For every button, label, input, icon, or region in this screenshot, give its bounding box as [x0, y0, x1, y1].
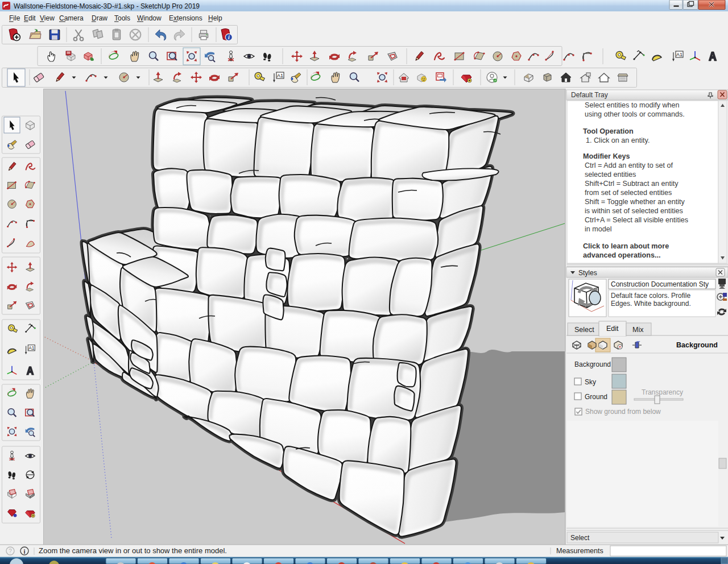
svg-text:Click to learn about more: Click to learn about more	[583, 242, 669, 250]
svg-text:Background: Background	[676, 341, 718, 349]
svg-text:Draw: Draw	[92, 14, 107, 22]
svg-text:selected entities: selected entities	[585, 171, 636, 179]
svg-text:Transparency: Transparency	[642, 388, 683, 396]
svg-text:?: ?	[9, 548, 12, 554]
svg-text:from set of selected entities: from set of selected entities	[585, 189, 672, 197]
svg-text:i: i	[23, 548, 25, 555]
svg-text:View: View	[40, 14, 55, 22]
svg-text:A1: A1	[277, 73, 283, 78]
svg-text:A1: A1	[28, 346, 35, 351]
svg-text:Help: Help	[208, 14, 222, 22]
svg-text:Edges. White background.: Edges. White background.	[611, 300, 691, 308]
svg-text:i: i	[228, 34, 230, 40]
svg-text:Wallstone-Fieldstone-Mosaic-3D: Wallstone-Fieldstone-Mosaic-3D-#1.skp - …	[14, 2, 200, 10]
svg-text:Styles: Styles	[578, 269, 597, 277]
svg-text:using other tools or commands.: using other tools or commands.	[585, 110, 685, 118]
svg-text:advanced operations...: advanced operations...	[583, 251, 660, 259]
svg-text:Mix: Mix	[632, 326, 644, 334]
svg-text:Extensions: Extensions	[169, 14, 202, 22]
svg-text:Shift+Ctrl = Subtract an entit: Shift+Ctrl = Subtract an entity	[585, 180, 679, 188]
svg-text:Edit: Edit	[24, 14, 36, 22]
svg-text:Construction Documentation Sty: Construction Documentation Sty	[611, 280, 709, 288]
svg-text:in model: in model	[585, 225, 612, 233]
svg-text:Tools: Tools	[114, 14, 130, 22]
svg-text:Default Tray: Default Tray	[571, 91, 608, 99]
svg-text:Measurements: Measurements	[556, 547, 603, 555]
svg-text:Ctrl = Add an entity to set of: Ctrl = Add an entity to set of	[585, 161, 673, 169]
svg-text:Ground: Ground	[585, 393, 607, 401]
svg-text:Ctrl+A = Select all visible en: Ctrl+A = Select all visible entities	[585, 216, 688, 224]
svg-text:Shift = Toggle whether an enti: Shift = Toggle whether an entity	[585, 198, 685, 206]
svg-text:Select entities to modify when: Select entities to modify when	[585, 101, 680, 109]
svg-text:Default face colors. Profile: Default face colors. Profile	[611, 292, 690, 300]
svg-text:Tool Operation: Tool Operation	[583, 127, 634, 135]
svg-text:Camera: Camera	[59, 14, 84, 22]
svg-text:A1: A1	[676, 52, 682, 57]
svg-text:Modifier Keys: Modifier Keys	[583, 152, 630, 160]
svg-text:Select: Select	[570, 534, 590, 542]
svg-text:File: File	[9, 14, 20, 22]
svg-text:Edit: Edit	[606, 325, 619, 333]
svg-text:Window: Window	[137, 14, 162, 22]
svg-text:is within set of selected enti: is within set of selected entities	[585, 207, 683, 215]
svg-text:Show ground from below: Show ground from below	[585, 408, 661, 416]
svg-text:Sky: Sky	[585, 378, 596, 386]
svg-text:Background: Background	[574, 360, 611, 368]
svg-text:Zoom the camera view in or out: Zoom the camera view in or out to show t…	[39, 546, 227, 555]
svg-text:Select: Select	[574, 326, 594, 334]
svg-text:1. Click on an entity.: 1. Click on an entity.	[586, 136, 650, 144]
